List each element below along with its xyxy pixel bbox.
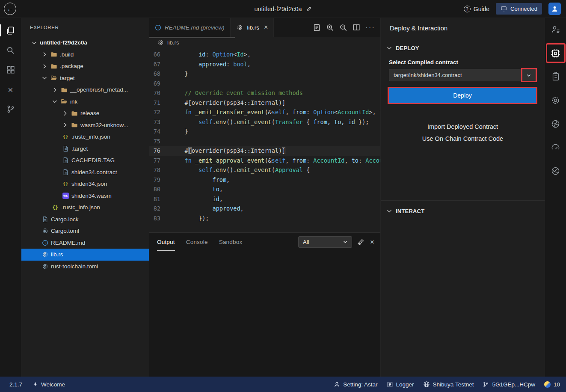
code-line-66: 66 id: Option<Id>, [149, 50, 380, 59]
select-chevron-icon[interactable] [526, 69, 532, 81]
tab-scrollbar[interactable] [149, 37, 235, 38]
code-text: #[overrider(psp34::Internal)] [171, 146, 285, 156]
deploy-section-header[interactable]: DEPLOY [381, 42, 545, 53]
clear-output-icon[interactable] [357, 238, 364, 246]
activity-item-explorer[interactable] [0, 21, 21, 40]
tree-item-cargo-lock[interactable]: Cargo.lock [21, 214, 149, 226]
status-version[interactable]: 2.1.7 [9, 381, 22, 388]
tab-lib-rs[interactable]: lib.rs× [231, 18, 274, 37]
status-network[interactable]: Shibuya Testnet [423, 381, 474, 388]
explorer-header: EXPLORER [21, 18, 149, 37]
close-panel-icon[interactable]: × [370, 238, 374, 246]
deploy-section-label: DEPLOY [396, 45, 419, 51]
tree-item-build[interactable]: .build [21, 49, 149, 61]
tree-item-label: lib.rs [51, 251, 63, 258]
activity-item-settings[interactable] [547, 91, 565, 109]
guide-label: Guide [474, 6, 489, 12]
panel-tab-console[interactable]: Console [186, 233, 208, 251]
code-line-73: 73 self.env().emit_event(Transfer { from… [149, 117, 380, 127]
gear-icon [41, 263, 49, 270]
tab-label: README.md (preview) [165, 24, 225, 31]
tree-item-target[interactable]: .target [21, 143, 149, 155]
chevron-down-icon [386, 208, 393, 214]
code-line-67: 67 approved: bool, [149, 59, 380, 69]
activity-item-network-tools[interactable] [547, 162, 565, 180]
tree-item-rustc-info-json[interactable]: {}.rustc_info.json [21, 202, 149, 214]
compiled-contract-select[interactable]: target/ink/shiden34.contract [389, 69, 536, 81]
interact-section-header[interactable]: INTERACT [381, 205, 545, 217]
tree-item-rustc-info-json[interactable]: {}.rustc_info.json [21, 131, 149, 143]
status-account-address[interactable]: 5G1GEp...HCpw [483, 381, 535, 388]
back-button[interactable]: ← [4, 3, 16, 15]
activity-item-search[interactable] [0, 40, 21, 60]
guide-button[interactable]: ?Guide [464, 6, 489, 12]
code-lines: 66 id: Option<Id>,67 approved: bool,68 }… [149, 50, 380, 223]
person-icon [334, 381, 340, 388]
activity-item-contracts[interactable] [547, 68, 565, 86]
activity-item-gas-gauge[interactable] [547, 138, 565, 156]
output-filter-dropdown[interactable]: All [298, 236, 352, 248]
tree-item-release[interactable]: release [21, 107, 149, 119]
code-line-70: 70 // Override event emission methods [149, 88, 380, 98]
connected-badge[interactable]: Connected [496, 3, 542, 15]
tree-item-label: .rustc_info.json [71, 134, 110, 140]
tree-item-label: ink [70, 98, 77, 105]
activity-item-deploy[interactable] [547, 44, 565, 62]
file-icon [62, 157, 69, 163]
code-text: approved: bool, [171, 59, 251, 69]
tree-item-shiden34-json[interactable]: {}shiden34.json [21, 178, 149, 190]
status-setting-astar[interactable]: Setting: Astar [334, 381, 377, 388]
line-number: 68 [149, 69, 171, 79]
tree-item-rust-toolchain-toml[interactable]: rust-toolchain.toml [21, 261, 149, 273]
activity-item-extensions[interactable] [0, 60, 21, 80]
tree-item-wasm32-unknow[interactable]: wasm32-unknow... [21, 119, 149, 131]
activity-item-close[interactable]: × [0, 80, 21, 99]
tree-item-readme-md[interactable]: README.md [21, 237, 149, 249]
tree-item-label: .rustc_info.json [61, 204, 100, 211]
explorer-sidebar: EXPLORER untitled-f29d2c0a.build.package… [21, 18, 149, 377]
activity-item-source-control[interactable] [0, 99, 21, 119]
import-deployed-contract-link[interactable]: Import Deployed Contract [427, 123, 498, 130]
tree-item-cargo-toml[interactable]: Cargo.toml [21, 225, 149, 237]
panel-tabs-list: OutputConsoleSandbox [157, 233, 242, 251]
split-editor-icon[interactable] [353, 24, 360, 31]
tree-item-package[interactable]: .package [21, 60, 149, 72]
account-button[interactable] [548, 3, 561, 15]
tree-item-untitled-f29d2c0a[interactable]: untitled-f29d2c0a [21, 37, 149, 49]
panel-tab-output[interactable]: Output [157, 233, 175, 251]
tab-readme-md-preview[interactable]: README.md (preview) [149, 18, 231, 37]
more-actions-icon[interactable]: ··· [365, 24, 375, 31]
status-version-label: 2.1.7 [9, 381, 22, 388]
tree-item-lib-rs[interactable]: lib.rs [21, 249, 149, 261]
tree-item-shiden34-contract[interactable]: shiden34.contract [21, 166, 149, 178]
code-line-75: 75 [149, 137, 380, 146]
tree-item-cachedir-tag[interactable]: CACHEDIR.TAG [21, 154, 149, 166]
deploy-button[interactable]: Deploy [389, 88, 536, 103]
code-editor[interactable]: 66 id: Option<Id>,67 approved: bool,68 }… [149, 48, 380, 232]
panel-tab-sandbox[interactable]: Sandbox [219, 233, 243, 251]
use-onchain-code-link[interactable]: Use On-Chain Contract Code [422, 135, 503, 142]
status-welcome[interactable]: Welcome [33, 381, 65, 388]
tree-item-openbrush-metad[interactable]: __openbrush_metad... [21, 84, 149, 96]
close-tab-icon[interactable]: × [264, 24, 268, 31]
edit-title-icon[interactable] [306, 6, 312, 12]
chevron-right-icon [51, 86, 58, 93]
code-text: fn _emit_transfer_event(&self, from: Opt… [171, 107, 380, 117]
status-logger[interactable]: Logger [387, 381, 414, 388]
line-number: 74 [149, 127, 171, 137]
tree-item-target[interactable]: target [21, 72, 149, 84]
activity-bar-right [545, 18, 566, 377]
zoom-out-icon[interactable] [339, 24, 347, 32]
line-number: 76 [149, 146, 171, 156]
tree-item-shiden34-wasm[interactable]: washiden34.wasm [21, 190, 149, 202]
tree-item-ink[interactable]: ink [21, 96, 149, 108]
chip-icon [550, 48, 561, 59]
gear-icon [41, 228, 49, 234]
open-preview-icon[interactable] [313, 24, 321, 32]
tree-item-label: .target [71, 146, 88, 152]
orbit-icon [551, 166, 560, 176]
activity-item-accounts[interactable] [547, 21, 565, 39]
zoom-in-icon[interactable] [326, 24, 334, 32]
activity-item-assistant[interactable] [547, 115, 565, 133]
status-balance[interactable]: 10 [544, 381, 560, 388]
